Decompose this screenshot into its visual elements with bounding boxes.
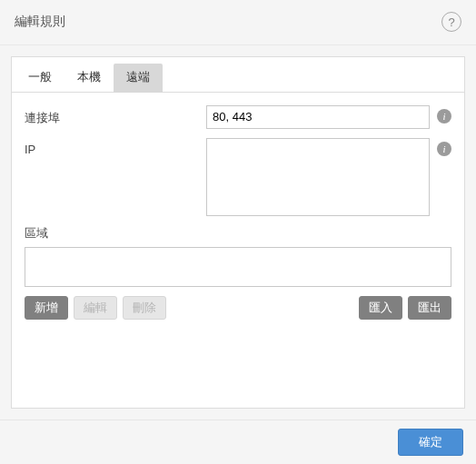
tab-local[interactable]: 本機 <box>64 64 114 93</box>
tab-panel: 一般 本機 遠端 連接埠 i IP i <box>11 56 465 409</box>
dialog-footer: 確定 <box>0 420 476 465</box>
zone-button-row: 新增 編輯 刪除 匯入 匯出 <box>12 287 464 320</box>
port-input[interactable] <box>206 105 430 129</box>
form-body: 連接埠 i IP i <box>12 93 464 216</box>
label-zone: 區域 <box>12 225 464 242</box>
edit-rule-dialog: 編輯規則 ? 一般 本機 遠端 連接埠 i IP <box>0 0 476 464</box>
tab-strip: 一般 本機 遠端 <box>12 57 464 93</box>
titlebar: 編輯規則 ? <box>0 0 476 45</box>
edit-button: 編輯 <box>74 296 117 320</box>
help-icon[interactable]: ? <box>441 12 461 32</box>
info-icon[interactable]: i <box>437 109 451 123</box>
tab-remote[interactable]: 遠端 <box>114 64 163 93</box>
info-icon[interactable]: i <box>437 142 451 156</box>
dialog-title: 編輯規則 <box>15 14 65 30</box>
row-ip: IP i <box>25 138 451 216</box>
ip-input[interactable] <box>206 138 430 216</box>
export-button[interactable]: 匯出 <box>408 296 451 320</box>
row-port: 連接埠 i <box>25 105 451 129</box>
delete-button: 刪除 <box>123 296 166 320</box>
add-button[interactable]: 新增 <box>25 296 68 320</box>
zone-listbox[interactable] <box>25 247 451 287</box>
tab-general[interactable]: 一般 <box>15 64 64 93</box>
label-ip: IP <box>25 138 206 156</box>
import-button[interactable]: 匯入 <box>359 296 402 320</box>
content-area: 一般 本機 遠端 連接埠 i IP i <box>0 45 476 420</box>
ok-button[interactable]: 確定 <box>398 429 463 456</box>
label-port: 連接埠 <box>25 105 206 126</box>
